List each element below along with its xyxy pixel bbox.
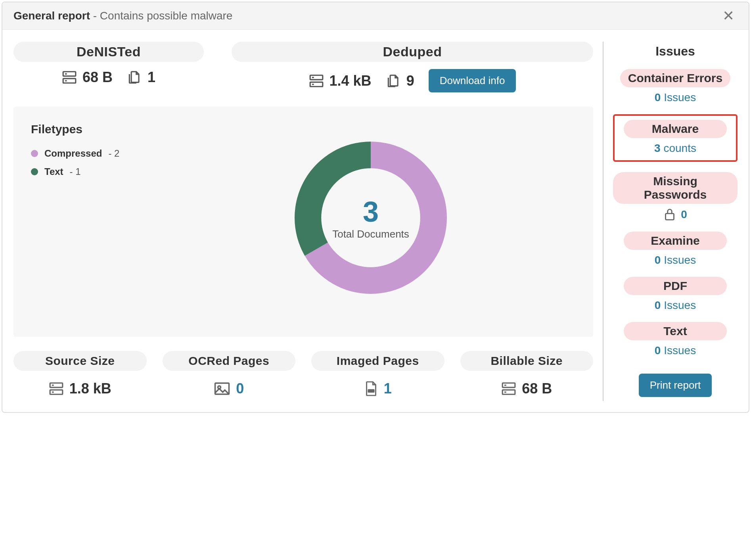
metric-card: OCRed Pages0 — [163, 351, 296, 397]
metric-value: 0 — [214, 380, 244, 397]
donut-total-value: 3 — [363, 196, 379, 228]
close-icon[interactable]: ✕ — [719, 9, 738, 23]
issue-card-container-errors[interactable]: Container Errors0 Issues — [613, 69, 738, 104]
issue-label: Missing Passwords — [613, 172, 738, 204]
filetypes-title: Filetypes — [31, 123, 150, 136]
metric-label: Billable Size — [460, 351, 594, 371]
metric-label: OCRed Pages — [163, 351, 296, 371]
legend-dot-icon — [31, 168, 38, 175]
image-icon — [214, 381, 230, 396]
server-icon — [309, 73, 324, 88]
issue-card-missing-passwords[interactable]: Missing Passwords0 — [613, 172, 738, 221]
dialog-titlebar: General report - Contains possible malwa… — [2, 2, 749, 30]
legend-item: Compressed- 2 — [31, 148, 150, 159]
issue-count: 0 Issues — [613, 344, 738, 357]
print-report-button[interactable]: Print report — [639, 374, 712, 397]
issue-label: Text — [624, 322, 727, 340]
general-report-dialog: General report - Contains possible malwa… — [2, 2, 749, 413]
issue-card-pdf[interactable]: PDF0 Issues — [613, 277, 738, 312]
legend-label: Compressed — [44, 148, 102, 159]
metric-value: PDF1 — [364, 380, 392, 397]
issue-label: Container Errors — [620, 69, 730, 87]
denisted-docs-value: 1 — [148, 69, 155, 86]
svg-rect-16 — [502, 383, 515, 387]
donut-total-label: Total Documents — [332, 228, 409, 240]
issue-count: 0 Issues — [613, 254, 738, 267]
metric-label: Source Size — [13, 351, 147, 371]
legend-label: Text — [44, 166, 63, 177]
issue-card-text[interactable]: Text0 Issues — [613, 322, 738, 357]
denisted-docs: 1 — [127, 69, 155, 86]
metric-card: Source Size1.8 kB — [13, 351, 147, 397]
svg-rect-17 — [502, 390, 515, 394]
issue-card-examine[interactable]: Examine0 Issues — [613, 232, 738, 267]
filetypes-legend: Compressed- 2Text- 1 — [31, 148, 150, 177]
title-sub: - Contains possible malware — [90, 10, 233, 22]
deduped-label: Deduped — [232, 42, 593, 62]
legend-count: - 2 — [108, 148, 119, 159]
issue-count: 0 Issues — [613, 299, 738, 312]
issue-count: 0 — [613, 208, 738, 221]
metric-value-text: 1 — [384, 380, 392, 397]
metric-value: 68 B — [501, 380, 552, 397]
metric-value-text: 68 B — [522, 380, 552, 397]
server-icon — [501, 381, 516, 396]
deduped-size: 1.4 kB — [309, 73, 372, 89]
deduped-docs-value: 9 — [406, 73, 414, 89]
lock-icon — [663, 208, 676, 221]
deduped-card: Deduped 1.4 kB 9 — [232, 42, 593, 92]
metric-value: 1.8 kB — [49, 380, 111, 397]
filetypes-panel: Filetypes Compressed- 2Text- 1 3 Total D… — [13, 107, 593, 337]
documents-icon — [127, 70, 142, 85]
issue-card-malware[interactable]: Malware3 counts — [613, 114, 738, 162]
issue-count: 3 counts — [618, 142, 733, 155]
filetypes-donut-chart: 3 Total Documents — [276, 123, 466, 313]
metric-value-text: 0 — [236, 380, 244, 397]
legend-count: - 1 — [70, 166, 81, 177]
legend-item: Text- 1 — [31, 166, 150, 177]
denisted-card: DeNISTed 68 B 1 — [13, 42, 204, 86]
deduped-size-value: 1.4 kB — [330, 73, 372, 89]
issue-count: 0 Issues — [613, 91, 738, 104]
issue-label: Malware — [624, 120, 727, 138]
svg-text:PDF: PDF — [368, 389, 374, 392]
metric-value-text: 1.8 kB — [69, 380, 111, 397]
deduped-docs: 9 — [386, 73, 414, 89]
denisted-size: 68 B — [62, 69, 113, 86]
metric-label: Imaged Pages — [311, 351, 444, 371]
metrics-row: Source Size1.8 kBOCRed Pages0Imaged Page… — [13, 351, 593, 397]
metric-card: Imaged PagesPDF1 — [311, 351, 444, 397]
svg-rect-20 — [666, 213, 674, 220]
server-icon — [62, 70, 77, 85]
denisted-size-value: 68 B — [82, 69, 113, 86]
issue-label: Examine — [624, 232, 727, 250]
svg-rect-8 — [50, 383, 63, 387]
metric-card: Billable Size68 B — [460, 351, 594, 397]
summary-row: DeNISTed 68 B 1 — [13, 42, 593, 92]
title-main: General report — [13, 10, 90, 22]
download-info-button[interactable]: Download info — [429, 69, 516, 92]
svg-rect-9 — [50, 390, 63, 394]
server-icon — [49, 381, 64, 396]
pdf-icon: PDF — [364, 381, 378, 397]
denisted-label: DeNISTed — [13, 42, 204, 62]
dialog-title: General report - Contains possible malwa… — [13, 10, 232, 22]
issues-title: Issues — [655, 44, 695, 59]
issues-sidebar: Issues Container Errors0 IssuesMalware3 … — [603, 42, 738, 401]
issue-label: PDF — [624, 277, 727, 295]
documents-icon — [386, 73, 401, 88]
legend-dot-icon — [31, 150, 38, 157]
